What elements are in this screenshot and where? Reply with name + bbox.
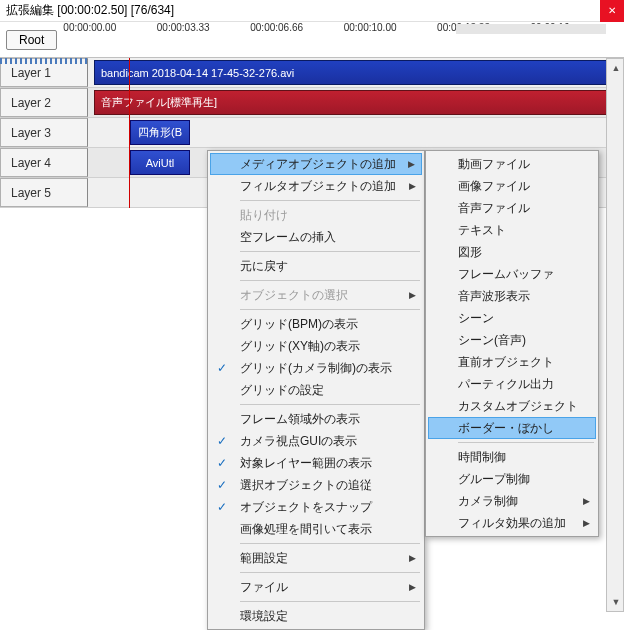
menu-item-label: グループ制御 <box>458 471 530 488</box>
scrollbar-horizontal-top[interactable] <box>456 24 606 34</box>
menu-item[interactable]: ボーダー・ぼかし <box>428 417 596 439</box>
close-icon: ✕ <box>608 5 616 16</box>
menu-separator <box>240 251 420 252</box>
menu-item[interactable]: メディアオブジェクトの追加▶ <box>210 153 422 175</box>
menu-item: 貼り付け <box>210 204 422 226</box>
menu-item[interactable]: パーティクル出力 <box>428 373 596 395</box>
track[interactable]: bandicam 2018-04-14 17-45-32-276.avi <box>88 58 624 87</box>
menu-item[interactable]: グリッド(XY軸)の表示 <box>210 335 422 357</box>
clip-video[interactable]: bandicam 2018-04-14 17-45-32-276.avi <box>94 60 624 85</box>
menu-item-label: 元に戻す <box>240 258 288 275</box>
scroll-up-icon[interactable]: ▲ <box>607 59 624 77</box>
layer-label[interactable]: Layer 2 <box>0 88 88 117</box>
menu-item[interactable]: シーン <box>428 307 596 329</box>
check-icon: ✓ <box>217 434 227 448</box>
menu-item-label: カスタムオブジェクト <box>458 398 578 415</box>
menu-separator <box>240 572 420 573</box>
menu-item[interactable]: ✓選択オブジェクトの追従 <box>210 474 422 496</box>
menu-item-label: フレーム領域外の表示 <box>240 411 360 428</box>
menu-item[interactable]: フィルタ効果の追加▶ <box>428 512 596 534</box>
layer-row-1: Layer 1 bandicam 2018-04-14 17-45-32-276… <box>0 58 624 88</box>
menu-item-label: オブジェクトの選択 <box>240 287 348 304</box>
menu-item-label: カメラ制御 <box>458 493 518 510</box>
check-icon: ✓ <box>217 456 227 470</box>
menu-separator <box>458 442 594 443</box>
menu-item[interactable]: シーン(音声) <box>428 329 596 351</box>
menu-item[interactable]: フレームバッファ <box>428 263 596 285</box>
menu-item[interactable]: 直前オブジェクト <box>428 351 596 373</box>
menu-item-label: パーティクル出力 <box>458 376 554 393</box>
layer-label[interactable]: Layer 4 <box>0 148 88 177</box>
menu-item[interactable]: 音声ファイル <box>428 197 596 219</box>
context-menu-main[interactable]: メディアオブジェクトの追加▶フィルタオブジェクトの追加▶貼り付け空フレームの挿入… <box>207 150 425 630</box>
menu-separator <box>240 543 420 544</box>
menu-item-label: シーン <box>458 310 494 327</box>
menu-item-label: グリッド(BPM)の表示 <box>240 316 358 333</box>
menu-item-label: カメラ視点GUIの表示 <box>240 433 357 450</box>
menu-item[interactable]: ✓オブジェクトをスナップ <box>210 496 422 518</box>
menu-item[interactable]: カスタムオブジェクト <box>428 395 596 417</box>
menu-item[interactable]: テキスト <box>428 219 596 241</box>
menu-item[interactable]: ✓対象レイヤー範囲の表示 <box>210 452 422 474</box>
menu-item-label: 音声波形表示 <box>458 288 530 305</box>
menu-item[interactable]: 動画ファイル <box>428 153 596 175</box>
scroll-down-icon[interactable]: ▼ <box>607 593 624 611</box>
menu-item[interactable]: グリッドの設定 <box>210 379 422 401</box>
menu-item-label: 環境設定 <box>240 608 288 625</box>
menu-item-label: ボーダー・ぼかし <box>458 420 554 437</box>
menu-item[interactable]: 元に戻す <box>210 255 422 277</box>
menu-item[interactable]: ✓カメラ視点GUIの表示 <box>210 430 422 452</box>
menu-item[interactable]: カメラ制御▶ <box>428 490 596 512</box>
menu-item-label: 対象レイヤー範囲の表示 <box>240 455 372 472</box>
menu-item-label: メディアオブジェクトの追加 <box>240 156 396 173</box>
root-button[interactable]: Root <box>6 30 57 50</box>
submenu-arrow-icon: ▶ <box>409 582 416 592</box>
menu-item-label: グリッド(カメラ制御)の表示 <box>240 360 392 377</box>
clip-aviutl[interactable]: AviUtl <box>130 150 190 175</box>
menu-item[interactable]: 時間制御 <box>428 446 596 468</box>
menu-item[interactable]: グリッド(BPM)の表示 <box>210 313 422 335</box>
menu-item-label: 範囲設定 <box>240 550 288 567</box>
menu-item[interactable]: ファイル▶ <box>210 576 422 598</box>
menu-separator <box>240 601 420 602</box>
menu-item[interactable]: フレーム領域外の表示 <box>210 408 422 430</box>
menu-item-label: ファイル <box>240 579 288 596</box>
menu-item-label: 直前オブジェクト <box>458 354 554 371</box>
menu-item-label: 図形 <box>458 244 482 261</box>
context-menu-sub[interactable]: 動画ファイル画像ファイル音声ファイルテキスト図形フレームバッファ音声波形表示シー… <box>425 150 599 537</box>
menu-item-label: 音声ファイル <box>458 200 530 217</box>
menu-separator <box>240 404 420 405</box>
menu-item[interactable]: グループ制御 <box>428 468 596 490</box>
submenu-arrow-icon: ▶ <box>409 553 416 563</box>
clip-audio[interactable]: 音声ファイル[標準再生] <box>94 90 624 115</box>
menu-item[interactable]: 画像ファイル <box>428 175 596 197</box>
window-title: 拡張編集 [00:00:02.50] [76/634] <box>6 2 174 19</box>
menu-item[interactable]: ✓グリッド(カメラ制御)の表示 <box>210 357 422 379</box>
menu-item-label: 選択オブジェクトの追従 <box>240 477 372 494</box>
track[interactable]: 音声ファイル[標準再生] <box>88 88 624 117</box>
menu-item-label: フィルタオブジェクトの追加 <box>240 178 396 195</box>
menu-item[interactable]: フィルタオブジェクトの追加▶ <box>210 175 422 197</box>
scrollbar-vertical[interactable]: ▲ ▼ <box>606 58 624 612</box>
layer-label[interactable]: Layer 3 <box>0 118 88 147</box>
submenu-arrow-icon: ▶ <box>409 290 416 300</box>
submenu-arrow-icon: ▶ <box>583 518 590 528</box>
close-button[interactable]: ✕ <box>600 0 624 22</box>
menu-item-label: フィルタ効果の追加 <box>458 515 566 532</box>
submenu-arrow-icon: ▶ <box>583 496 590 506</box>
menu-item-label: シーン(音声) <box>458 332 526 349</box>
menu-item[interactable]: 音声波形表示 <box>428 285 596 307</box>
layer-row-2: Layer 2 音声ファイル[標準再生] <box>0 88 624 118</box>
track[interactable]: 四角形(B <box>88 118 624 147</box>
submenu-arrow-icon: ▶ <box>408 159 415 169</box>
playhead[interactable] <box>129 58 130 208</box>
menu-item[interactable]: 空フレームの挿入 <box>210 226 422 248</box>
menu-item[interactable]: 環境設定 <box>210 605 422 627</box>
menu-item[interactable]: 画像処理を間引いて表示 <box>210 518 422 540</box>
menu-separator <box>240 280 420 281</box>
menu-item[interactable]: 範囲設定▶ <box>210 547 422 569</box>
menu-item[interactable]: 図形 <box>428 241 596 263</box>
layer-label[interactable]: Layer 5 <box>0 178 88 207</box>
check-icon: ✓ <box>217 478 227 492</box>
clip-shape[interactable]: 四角形(B <box>130 120 190 145</box>
